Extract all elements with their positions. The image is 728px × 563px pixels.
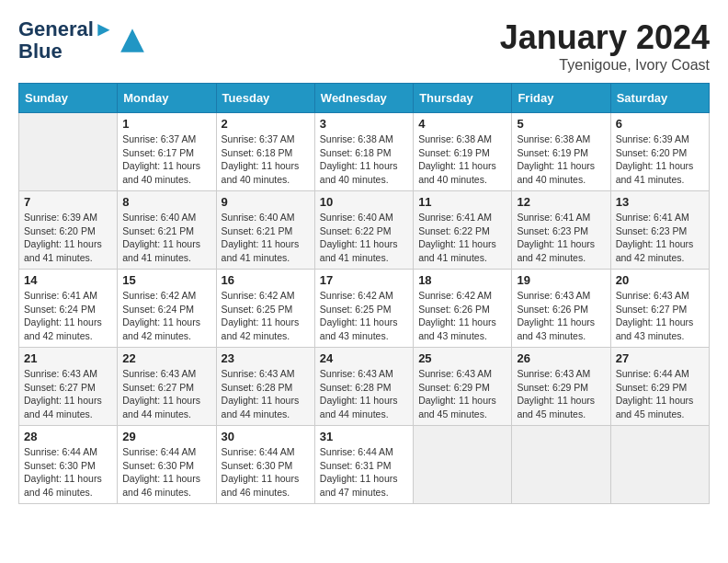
day-number: 31 [320,430,408,443]
day-number: 27 [616,351,704,365]
calendar-cell: 28Sunrise: 6:44 AM Sunset: 6:30 PM Dayli… [19,426,118,504]
week-row-2: 7Sunrise: 6:39 AM Sunset: 6:20 PM Daylig… [19,191,710,270]
day-header-tuesday: Tuesday [216,84,314,113]
svg-marker-0 [120,29,144,52]
day-info: Sunrise: 6:44 AM Sunset: 6:31 PM Dayligh… [320,445,408,500]
day-number: 19 [517,273,605,287]
calendar-cell: 5Sunrise: 6:38 AM Sunset: 6:19 PM Daylig… [512,113,610,191]
day-info: Sunrise: 6:41 AM Sunset: 6:24 PM Dayligh… [24,289,112,343]
day-number: 11 [418,195,506,209]
day-header-monday: Monday [118,84,216,113]
day-info: Sunrise: 6:44 AM Sunset: 6:30 PM Dayligh… [24,445,112,500]
calendar-cell: 20Sunrise: 6:43 AM Sunset: 6:27 PM Dayli… [610,270,709,348]
calendar-cell: 10Sunrise: 6:40 AM Sunset: 6:22 PM Dayli… [314,191,413,270]
day-info: Sunrise: 6:44 AM Sunset: 6:30 PM Dayligh… [122,445,210,500]
calendar-cell: 2Sunrise: 6:37 AM Sunset: 6:18 PM Daylig… [216,113,314,191]
day-number: 15 [122,273,210,287]
calendar-cell: 15Sunrise: 6:42 AM Sunset: 6:24 PM Dayli… [118,270,216,348]
calendar-cell: 8Sunrise: 6:40 AM Sunset: 6:21 PM Daylig… [118,191,216,270]
week-row-4: 21Sunrise: 6:43 AM Sunset: 6:27 PM Dayli… [19,348,710,426]
day-info: Sunrise: 6:42 AM Sunset: 6:26 PM Dayligh… [418,289,506,343]
calendar-cell: 7Sunrise: 6:39 AM Sunset: 6:20 PM Daylig… [19,191,118,270]
week-row-5: 28Sunrise: 6:44 AM Sunset: 6:30 PM Dayli… [19,426,710,504]
day-number: 12 [517,195,605,209]
calendar-cell: 18Sunrise: 6:42 AM Sunset: 6:26 PM Dayli… [414,270,512,348]
day-info: Sunrise: 6:40 AM Sunset: 6:21 PM Dayligh… [122,211,210,265]
day-info: Sunrise: 6:43 AM Sunset: 6:28 PM Dayligh… [320,367,408,421]
day-info: Sunrise: 6:39 AM Sunset: 6:20 PM Dayligh… [24,211,112,265]
calendar-cell: 11Sunrise: 6:41 AM Sunset: 6:22 PM Dayli… [414,191,512,270]
day-number: 20 [616,273,704,287]
logo: General►Blue [18,18,147,63]
day-info: Sunrise: 6:43 AM Sunset: 6:29 PM Dayligh… [517,367,605,421]
day-info: Sunrise: 6:42 AM Sunset: 6:25 PM Dayligh… [320,289,408,343]
day-number: 14 [24,273,112,287]
day-info: Sunrise: 6:43 AM Sunset: 6:27 PM Dayligh… [616,289,704,343]
calendar-body: 1Sunrise: 6:37 AM Sunset: 6:17 PM Daylig… [19,113,710,504]
calendar-cell: 4Sunrise: 6:38 AM Sunset: 6:19 PM Daylig… [414,113,512,191]
calendar-cell: 13Sunrise: 6:41 AM Sunset: 6:23 PM Dayli… [610,191,709,270]
calendar-cell: 6Sunrise: 6:39 AM Sunset: 6:20 PM Daylig… [610,113,709,191]
day-header-friday: Friday [512,84,610,113]
day-info: Sunrise: 6:43 AM Sunset: 6:29 PM Dayligh… [418,367,506,421]
calendar-cell: 3Sunrise: 6:38 AM Sunset: 6:18 PM Daylig… [314,113,413,191]
calendar-cell: 16Sunrise: 6:42 AM Sunset: 6:25 PM Dayli… [216,270,314,348]
logo-icon [118,26,147,55]
day-info: Sunrise: 6:38 AM Sunset: 6:19 PM Dayligh… [418,132,506,187]
day-number: 8 [122,195,210,209]
day-number: 18 [418,273,506,287]
location-subtitle: Tyenigoue, Ivory Coast [500,57,710,74]
day-number: 25 [418,351,506,365]
day-info: Sunrise: 6:38 AM Sunset: 6:19 PM Dayligh… [517,132,605,187]
day-number: 4 [418,117,506,131]
day-info: Sunrise: 6:44 AM Sunset: 6:30 PM Dayligh… [222,445,310,500]
calendar-cell: 19Sunrise: 6:43 AM Sunset: 6:26 PM Dayli… [512,270,610,348]
day-info: Sunrise: 6:38 AM Sunset: 6:18 PM Dayligh… [320,132,408,187]
week-row-1: 1Sunrise: 6:37 AM Sunset: 6:17 PM Daylig… [19,113,710,191]
calendar-cell: 24Sunrise: 6:43 AM Sunset: 6:28 PM Dayli… [314,348,413,426]
day-number: 7 [24,195,112,209]
day-number: 24 [320,351,408,365]
day-info: Sunrise: 6:43 AM Sunset: 6:27 PM Dayligh… [122,367,210,421]
calendar-cell: 23Sunrise: 6:43 AM Sunset: 6:28 PM Dayli… [216,348,314,426]
day-header-saturday: Saturday [610,84,709,113]
day-number: 1 [122,117,210,131]
logo-text: General►Blue [18,18,114,63]
day-number: 29 [122,430,210,443]
calendar-cell: 1Sunrise: 6:37 AM Sunset: 6:17 PM Daylig… [118,113,216,191]
day-info: Sunrise: 6:41 AM Sunset: 6:22 PM Dayligh… [418,211,506,265]
day-info: Sunrise: 6:40 AM Sunset: 6:21 PM Dayligh… [222,211,310,265]
day-number: 17 [320,273,408,287]
day-info: Sunrise: 6:42 AM Sunset: 6:24 PM Dayligh… [122,289,210,343]
day-info: Sunrise: 6:41 AM Sunset: 6:23 PM Dayligh… [616,211,704,265]
calendar-table: SundayMondayTuesdayWednesdayThursdayFrid… [18,83,710,504]
day-number: 9 [222,195,310,209]
calendar-cell [610,426,709,504]
calendar-cell [19,113,118,191]
day-number: 22 [122,351,210,365]
day-info: Sunrise: 6:39 AM Sunset: 6:20 PM Dayligh… [616,132,704,187]
day-info: Sunrise: 6:44 AM Sunset: 6:29 PM Dayligh… [616,367,704,421]
day-number: 23 [222,351,310,365]
calendar-cell: 25Sunrise: 6:43 AM Sunset: 6:29 PM Dayli… [414,348,512,426]
day-number: 13 [616,195,704,209]
calendar-cell: 9Sunrise: 6:40 AM Sunset: 6:21 PM Daylig… [216,191,314,270]
calendar-cell [414,426,512,504]
calendar-cell: 31Sunrise: 6:44 AM Sunset: 6:31 PM Dayli… [314,426,413,504]
day-number: 16 [222,273,310,287]
day-info: Sunrise: 6:43 AM Sunset: 6:27 PM Dayligh… [24,367,112,421]
calendar-cell [512,426,610,504]
header-row: SundayMondayTuesdayWednesdayThursdayFrid… [19,84,710,113]
week-row-3: 14Sunrise: 6:41 AM Sunset: 6:24 PM Dayli… [19,270,710,348]
calendar-cell: 17Sunrise: 6:42 AM Sunset: 6:25 PM Dayli… [314,270,413,348]
day-number: 6 [616,117,704,131]
day-number: 5 [517,117,605,131]
day-info: Sunrise: 6:37 AM Sunset: 6:18 PM Dayligh… [222,132,310,187]
page-header: General►Blue January 2024 Tyenigoue, Ivo… [18,18,710,74]
day-number: 3 [320,117,408,131]
calendar-cell: 12Sunrise: 6:41 AM Sunset: 6:23 PM Dayli… [512,191,610,270]
day-info: Sunrise: 6:43 AM Sunset: 6:28 PM Dayligh… [222,367,310,421]
day-info: Sunrise: 6:43 AM Sunset: 6:26 PM Dayligh… [517,289,605,343]
calendar-cell: 22Sunrise: 6:43 AM Sunset: 6:27 PM Dayli… [118,348,216,426]
day-number: 26 [517,351,605,365]
